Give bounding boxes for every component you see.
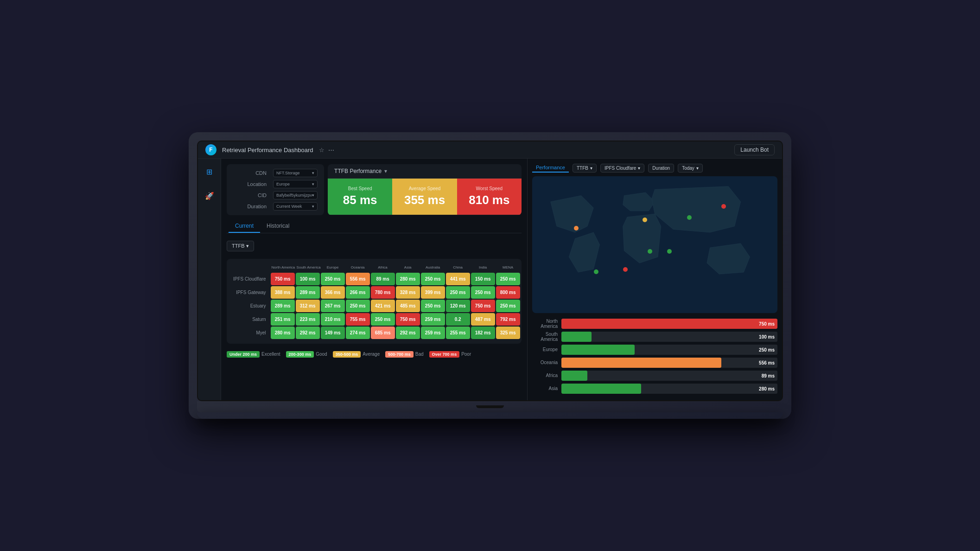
col-header: North America	[271, 263, 295, 272]
duration-right-btn[interactable]: Duration	[648, 164, 674, 173]
grid-cell[interactable]: 250 ms	[496, 300, 520, 312]
launch-bot-button[interactable]: Launch Bot	[734, 144, 775, 155]
grid-cell[interactable]: 792 ms	[496, 313, 520, 326]
grid-cell[interactable]: 292 ms	[396, 327, 420, 339]
grid-cell[interactable]: 0.2	[446, 313, 470, 326]
best-speed-value: 85 ms	[343, 193, 377, 207]
region-bar-row: Asia280 ms	[532, 384, 777, 394]
duration-select[interactable]: Current Week ▾	[273, 202, 318, 211]
table-row: Estuary289 ms312 ms267 ms250 ms421 ms485…	[231, 300, 520, 312]
share-icon[interactable]: ⋯	[328, 147, 334, 154]
grid-cell[interactable]: 750 ms	[471, 300, 495, 312]
today-btn[interactable]: Today ▾	[678, 164, 703, 173]
region-bar-row: Africa89 ms	[532, 371, 777, 381]
grid-cell[interactable]: 312 ms	[296, 300, 320, 312]
grid-cell[interactable]: 800 ms	[496, 286, 520, 299]
grid-cell[interactable]: 250 ms	[421, 300, 445, 312]
grid-cell[interactable]: 289 ms	[271, 300, 295, 312]
grid-cell[interactable]: 100 ms	[296, 273, 320, 285]
grid-cell[interactable]: 780 ms	[371, 286, 395, 299]
grid-cell[interactable]: 755 ms	[346, 313, 370, 326]
grid-cell[interactable]: 750 ms	[271, 273, 295, 285]
region-name: South America	[532, 332, 558, 342]
ipfs-cloudfare-btn[interactable]: IPFS Cloudfare ▾	[600, 164, 644, 173]
region-bar-value: 750 ms	[759, 321, 775, 326]
grid-cell[interactable]: 250 ms	[446, 286, 470, 299]
grid-cell[interactable]: 259 ms	[421, 313, 445, 326]
map-dot-8	[623, 267, 628, 272]
region-bar-row: Europe250 ms	[532, 345, 777, 355]
legend-item: Under 200 msExcellent	[227, 351, 280, 358]
right-tab-performance[interactable]: Performance	[532, 163, 569, 173]
legend-item: 200-300 msGood	[286, 351, 327, 358]
grid-cell[interactable]: 267 ms	[321, 300, 345, 312]
grid-cell[interactable]: 328 ms	[396, 286, 420, 299]
grid-cell[interactable]: 487 ms	[471, 313, 495, 326]
grid-cell[interactable]: 210 ms	[321, 313, 345, 326]
grid-cell[interactable]: 388 ms	[271, 286, 295, 299]
grid-cell[interactable]: 280 ms	[271, 327, 295, 339]
location-value: Europe	[276, 182, 290, 186]
map-dot-1	[574, 226, 579, 231]
grid-cell[interactable]: 325 ms	[496, 327, 520, 339]
grid-cell[interactable]: 255 ms	[446, 327, 470, 339]
grid-cell[interactable]: 266 ms	[346, 286, 370, 299]
cdn-select[interactable]: NFT.Storage ▾	[273, 169, 318, 177]
ttfb-chevron-icon: ▾	[384, 168, 387, 174]
perf-grid-table: North AmericaSouth AmericaEuropeOceaniaA…	[230, 263, 521, 340]
app-logo: F	[205, 144, 216, 155]
grid-cell[interactable]: 485 ms	[396, 300, 420, 312]
main-layout: ⊞ 🚀 CDN NFT.Storage ▾	[198, 159, 782, 400]
grid-cell[interactable]: 149 ms	[321, 327, 345, 339]
grid-cell[interactable]: 250 ms	[496, 273, 520, 285]
filter-bar: CDN NFT.Storage ▾ Location Europe ▾ CID	[227, 164, 324, 215]
grid-cell[interactable]: 441 ms	[446, 273, 470, 285]
grid-cell[interactable]: 250 ms	[321, 273, 345, 285]
grid-cell[interactable]: 366 ms	[321, 286, 345, 299]
grid-cell[interactable]: 150 ms	[471, 273, 495, 285]
grid-cell[interactable]: 223 ms	[296, 313, 320, 326]
grid-cell[interactable]: 289 ms	[296, 286, 320, 299]
legend-badge: Under 200 ms	[227, 351, 260, 358]
grid-cell[interactable]: 259 ms	[421, 327, 445, 339]
sidebar-item-grid[interactable]: ⊞	[202, 164, 217, 179]
worst-speed-value: 810 ms	[469, 193, 509, 207]
location-select[interactable]: Europe ▾	[273, 180, 318, 188]
tab-current[interactable]: Current	[229, 220, 260, 233]
region-bar-value: 250 ms	[759, 347, 775, 352]
grid-cell[interactable]: 685 ms	[371, 327, 395, 339]
grid-cell[interactable]: 399 ms	[421, 286, 445, 299]
grid-filter-select[interactable]: TTFB ▾	[227, 241, 254, 251]
grid-cell[interactable]: 750 ms	[396, 313, 420, 326]
region-name: Oceania	[532, 360, 558, 365]
dashboard-body: CDN NFT.Storage ▾ Location Europe ▾ CID	[221, 159, 782, 400]
ttfb-btn[interactable]: TTFB ▾	[573, 164, 597, 173]
region-bar-value: 280 ms	[759, 386, 775, 391]
region-bar-fill	[561, 332, 592, 342]
grid-cell[interactable]: 421 ms	[371, 300, 395, 312]
grid-cell[interactable]: 292 ms	[296, 327, 320, 339]
cdn-value: NFT.Storage	[276, 171, 300, 175]
grid-cell[interactable]: 89 ms	[371, 273, 395, 285]
map-dot-7	[667, 249, 672, 254]
legend-badge: Over 700 ms	[429, 351, 460, 358]
grid-cell[interactable]: 251 ms	[271, 313, 295, 326]
grid-cell[interactable]: 250 ms	[471, 286, 495, 299]
star-icon[interactable]: ☆	[319, 147, 325, 154]
grid-cell[interactable]: 250 ms	[346, 300, 370, 312]
grid-cell[interactable]: 250 ms	[371, 313, 395, 326]
cdn-chevron-icon: ▾	[312, 171, 314, 175]
tab-historical[interactable]: Historical	[260, 220, 296, 233]
tab-bar: Current Historical	[227, 220, 522, 233]
grid-cell[interactable]: 250 ms	[421, 273, 445, 285]
grid-cell[interactable]: 182 ms	[471, 327, 495, 339]
titlebar-icons: ☆ ⋯	[319, 147, 334, 154]
grid-cell[interactable]: 120 ms	[446, 300, 470, 312]
sidebar-item-rocket[interactable]: 🚀	[202, 188, 217, 203]
left-panel: CDN NFT.Storage ▾ Location Europe ▾ CID	[221, 159, 527, 400]
grid-cell[interactable]: 556 ms	[346, 273, 370, 285]
grid-cell[interactable]: 280 ms	[396, 273, 420, 285]
grid-cell[interactable]: 274 ms	[346, 327, 370, 339]
cid-select[interactable]: Bafybeif5ykumijzpv ▾	[273, 191, 318, 199]
grid-filter-value: TTFB	[232, 243, 245, 249]
